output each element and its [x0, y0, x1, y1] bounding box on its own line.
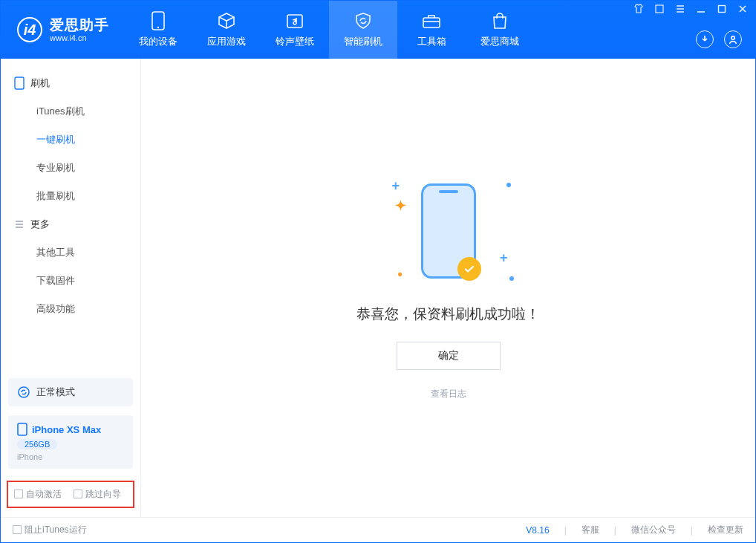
menu-icon[interactable] [654, 4, 665, 14]
svg-point-8 [19, 387, 29, 397]
success-illustration: + ✦ • + [404, 175, 493, 287]
checkbox-label: 阻止iTunes运行 [25, 524, 87, 535]
sidebar-item-firmware[interactable]: 下载固件 [1, 267, 140, 295]
ok-button[interactable]: 确定 [397, 342, 501, 370]
tab-toolbox[interactable]: 工具箱 [397, 1, 466, 59]
svg-rect-4 [656, 5, 663, 13]
header-bar: i4 爱思助手 www.i4.cn 我的设备 应用游戏 铃声壁纸 智能刷机 工具… [1, 1, 755, 59]
sparkle-icon: • [398, 267, 403, 282]
maximize-icon[interactable] [717, 4, 727, 14]
device-capacity: 256GB [17, 439, 57, 449]
brand-block: i4 爱思助手 www.i4.cn [1, 1, 124, 59]
checkbox-label: 跳过向导 [85, 489, 121, 499]
user-icon[interactable] [724, 30, 742, 48]
brand-url: www.i4.cn [50, 33, 109, 43]
separator-icon: | [614, 525, 616, 536]
sidebar-item-batch[interactable]: 批量刷机 [1, 182, 140, 210]
tab-ringtone[interactable]: 铃声壁纸 [261, 1, 329, 59]
success-check-badge-icon [457, 257, 481, 281]
device-name-row: iPhone XS Max [17, 423, 101, 436]
header-right-icons [696, 30, 742, 48]
section-title: 刷机 [30, 77, 50, 90]
tab-label: 应用游戏 [207, 35, 246, 48]
dot-icon [506, 183, 511, 187]
minimize-icon[interactable] [696, 4, 706, 14]
section-more-header: 更多 [1, 210, 140, 238]
dot-icon [509, 276, 514, 281]
cube-icon [217, 11, 236, 30]
sidebar-item-oneclick[interactable]: 一键刷机 [1, 126, 140, 154]
mode-card[interactable]: 正常模式 [8, 378, 133, 406]
svg-rect-3 [423, 18, 440, 27]
phone-blue-icon [17, 423, 27, 436]
section-title: 更多 [30, 218, 50, 231]
svg-point-1 [157, 27, 159, 28]
tab-my-device[interactable]: 我的设备 [124, 1, 192, 59]
bag-icon [490, 11, 509, 30]
checkbox-block-itunes[interactable]: 阻止iTunes运行 [13, 524, 87, 536]
phone-icon [149, 11, 168, 30]
tab-store[interactable]: 爱思商城 [466, 1, 534, 59]
bottom-options-box: 自动激活 跳过向导 [7, 481, 134, 508]
svg-rect-7 [15, 77, 24, 89]
checkbox-skip-guide[interactable]: 跳过向导 [74, 488, 121, 501]
sync-shield-icon [353, 11, 373, 30]
sidebar-item-other[interactable]: 其他工具 [1, 238, 140, 267]
tab-label: 我的设备 [139, 35, 177, 48]
tshirt-icon[interactable] [633, 4, 644, 14]
version-label: V8.16 [526, 525, 549, 536]
section-flash-header: 刷机 [1, 69, 140, 97]
main-panel: + ✦ • + 恭喜您，保资料刷机成功啦！ 确定 查看日志 [141, 59, 755, 517]
download-icon[interactable] [696, 30, 714, 48]
svg-rect-9 [18, 423, 27, 435]
footer-bar: 阻止iTunes运行 V8.16 | 客服 | 微信公众号 | 检查更新 [1, 517, 755, 542]
view-log-link[interactable]: 查看日志 [431, 388, 466, 400]
tab-label: 铃声壁纸 [276, 35, 314, 48]
body: 刷机 iTunes刷机 一键刷机 专业刷机 批量刷机 更多 其他工具 下载固件 … [1, 59, 755, 517]
phone-small-icon [14, 77, 25, 90]
device-type: iPhone [17, 452, 42, 461]
tab-label: 智能刷机 [344, 35, 382, 48]
tab-label: 工具箱 [417, 35, 446, 48]
sidebar-item-advanced[interactable]: 高级功能 [1, 295, 140, 323]
checkbox-icon [13, 525, 22, 534]
brand-text: 爱思助手 www.i4.cn [50, 17, 109, 42]
separator-icon: | [564, 525, 567, 536]
footer-link-wechat[interactable]: 微信公众号 [631, 524, 676, 536]
sparkle-icon: + [500, 250, 508, 266]
window-controls [633, 4, 748, 14]
tab-smart-flash[interactable]: 智能刷机 [329, 1, 397, 59]
checkbox-icon [74, 490, 82, 498]
separator-icon: | [691, 525, 693, 536]
phone-notch-icon [439, 190, 458, 193]
footer-link-support[interactable]: 客服 [581, 524, 599, 536]
list-icon[interactable] [675, 4, 685, 14]
phone-outline-icon [421, 183, 476, 279]
music-folder-icon [285, 11, 304, 30]
sidebar: 刷机 iTunes刷机 一键刷机 专业刷机 批量刷机 更多 其他工具 下载固件 … [1, 59, 141, 517]
sidebar-item-itunes[interactable]: iTunes刷机 [1, 97, 140, 126]
nav-tabs: 我的设备 应用游戏 铃声壁纸 智能刷机 工具箱 爱思商城 [124, 1, 534, 59]
success-text: 恭喜您，保资料刷机成功啦！ [356, 305, 540, 324]
mode-label: 正常模式 [36, 386, 75, 399]
sync-icon [17, 386, 30, 399]
footer-link-update[interactable]: 检查更新 [708, 524, 743, 536]
tab-label: 爱思商城 [480, 35, 519, 48]
sparkle-icon: + [392, 178, 400, 194]
tab-apps[interactable]: 应用游戏 [192, 1, 261, 59]
svg-rect-5 [719, 6, 726, 13]
brand-logo-icon: i4 [17, 17, 42, 42]
brand-name: 爱思助手 [50, 17, 109, 33]
close-icon[interactable] [737, 4, 748, 14]
checkbox-label: 自动激活 [26, 489, 62, 499]
sidebar-item-pro[interactable]: 专业刷机 [1, 154, 140, 182]
device-name: iPhone XS Max [32, 424, 101, 435]
svg-point-6 [731, 36, 735, 40]
device-card[interactable]: iPhone XS Max 256GB iPhone [8, 415, 133, 469]
list-small-icon [14, 219, 25, 230]
toolbox-icon [422, 11, 441, 30]
checkbox-auto-activate[interactable]: 自动激活 [14, 488, 62, 501]
sparkle-icon: ✦ [395, 198, 406, 214]
checkbox-icon [14, 490, 23, 498]
